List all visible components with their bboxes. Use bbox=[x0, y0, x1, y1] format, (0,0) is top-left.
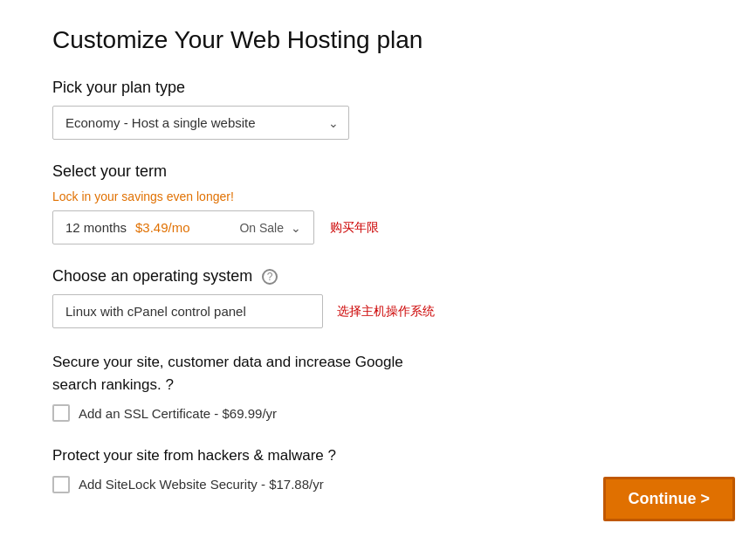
os-select-box[interactable]: Linux with cPanel control panel bbox=[52, 294, 323, 328]
sitelock-title-text: Protect your site from hackers & malware bbox=[52, 447, 324, 464]
sitelock-help-icon[interactable]: ? bbox=[328, 447, 336, 464]
term-row: 12 months $3.49/mo On Sale ⌄ 购买年限 bbox=[52, 210, 704, 244]
sitelock-checkbox[interactable] bbox=[52, 476, 70, 493]
term-select-box[interactable]: 12 months $3.49/mo On Sale ⌄ bbox=[52, 210, 314, 244]
bottom-bar: Continue > bbox=[582, 461, 757, 537]
ssl-checkbox[interactable] bbox=[52, 404, 70, 422]
plan-type-select-wrapper[interactable]: Economy - Host a single website Deluxe -… bbox=[52, 106, 349, 140]
term-label: Select your term bbox=[52, 162, 704, 181]
ssl-checkbox-label: Add an SSL Certificate - $69.99/yr bbox=[79, 406, 277, 421]
savings-text: Lock in your savings even longer! bbox=[52, 189, 704, 203]
term-months: 12 months bbox=[65, 220, 135, 235]
os-help-icon[interactable]: ? bbox=[262, 269, 278, 285]
ssl-help-icon[interactable]: ? bbox=[165, 376, 173, 393]
page-title: Customize Your Web Hosting plan bbox=[52, 26, 704, 54]
ssl-section-title: Secure your site, customer data and incr… bbox=[52, 351, 704, 396]
plan-type-section: Pick your plan type Economy - Host a sin… bbox=[52, 79, 704, 140]
os-row: Linux with cPanel control panel 选择主机操作系统 bbox=[52, 294, 704, 328]
term-sale-badge: On Sale bbox=[239, 221, 284, 235]
ssl-section: Secure your site, customer data and incr… bbox=[52, 351, 704, 422]
continue-button[interactable]: Continue > bbox=[603, 477, 736, 521]
plan-type-label: Pick your plan type bbox=[52, 79, 704, 97]
os-selected-value: Linux with cPanel control panel bbox=[65, 304, 310, 319]
os-section: Choose an operating system ? Linux with … bbox=[52, 267, 704, 328]
os-section-title: Choose an operating system ? bbox=[52, 267, 704, 286]
term-section: Select your term Lock in your savings ev… bbox=[52, 162, 704, 244]
term-annotation: 购买年限 bbox=[330, 220, 379, 236]
ssl-title-line2: search rankings. bbox=[52, 376, 162, 393]
os-title-text: Choose an operating system bbox=[52, 267, 252, 285]
ssl-checkbox-row: Add an SSL Certificate - $69.99/yr bbox=[52, 404, 704, 422]
term-price: $3.49/mo bbox=[135, 220, 239, 235]
ssl-title-line1: Secure your site, customer data and incr… bbox=[52, 354, 403, 370]
os-annotation: 选择主机操作系统 bbox=[337, 304, 435, 320]
sitelock-checkbox-label: Add SiteLock Website Security - $17.88/y… bbox=[79, 477, 324, 492]
term-chevron-icon: ⌄ bbox=[291, 221, 301, 235]
plan-type-select[interactable]: Economy - Host a single website Deluxe -… bbox=[52, 106, 349, 140]
